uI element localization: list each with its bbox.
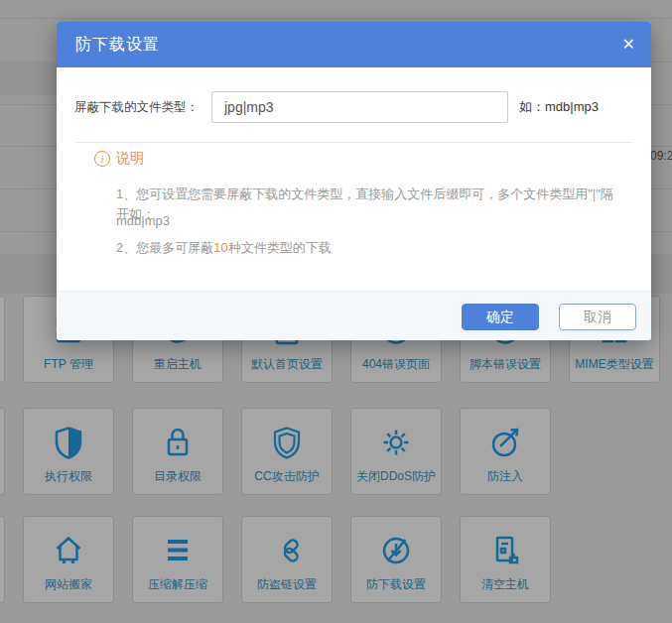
- note-line-2: mdb|mp3: [116, 211, 170, 231]
- screen: 09:2 FTP 管理 重启主机: [0, 0, 672, 623]
- dialog-title: 防下载设置: [75, 22, 160, 67]
- note-line-3-suffix: 种文件类型的下载: [228, 240, 332, 255]
- dialog-header: 防下载设置 ✕: [57, 22, 651, 67]
- info-icon: i: [94, 151, 110, 167]
- note-line-3-prefix: 2、您最多可屏蔽: [116, 240, 213, 255]
- file-type-input[interactable]: [211, 91, 508, 123]
- file-type-hint: 如：mdb|mp3: [519, 91, 599, 123]
- cancel-button[interactable]: 取消: [559, 304, 636, 330]
- anti-download-settings-dialog: 防下载设置 ✕ 屏蔽下载的文件类型： 如：mdb|mp3 i 说明 1、您可设置…: [57, 22, 651, 340]
- note-limit-count: 10: [213, 240, 227, 255]
- note-heading: 说明: [116, 150, 144, 168]
- note-line-1: 1、您可设置您需要屏蔽下载的文件类型，直接输入文件后缀即可，多个文件类型用"|"…: [116, 185, 622, 224]
- confirm-button[interactable]: 确定: [462, 304, 539, 330]
- close-icon[interactable]: ✕: [622, 22, 635, 67]
- dialog-footer: 确定 取消: [57, 291, 651, 340]
- content-divider: [75, 142, 632, 143]
- note-line-3: 2、您最多可屏蔽10种文件类型的下载: [116, 238, 332, 258]
- file-type-label: 屏蔽下载的文件类型：: [74, 91, 199, 123]
